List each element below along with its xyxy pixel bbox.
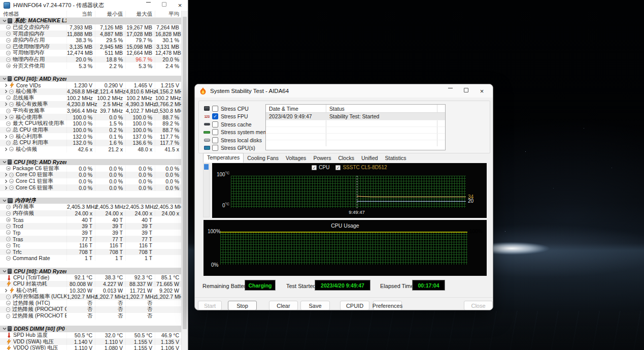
sensor-row[interactable]: Trc116 T116 T116 T <box>0 242 182 249</box>
chevron-down-icon[interactable] <box>3 199 7 203</box>
sensor-row[interactable]: 虚拟内存占用38.3 %29.5 %79.7 %30.1 % <box>0 37 182 44</box>
sensor-row[interactable]: 核心倍频42.6 x21.2 x48.0 x41.5 x <box>0 146 182 153</box>
stress-checkbox[interactable] <box>212 145 218 151</box>
sensor-row[interactable]: Tcas40 T40 T40 T <box>0 216 182 223</box>
sensor-section-header[interactable]: CPU [#0]: AMD Ryzen 7 7... <box>0 76 182 82</box>
sensor-row[interactable]: 分页文件使用5.3 %2.2 %5.3 %2.4 % <box>0 62 182 69</box>
chevron-right-icon[interactable] <box>4 115 8 119</box>
maximize-button[interactable] <box>156 2 172 7</box>
maximize-button[interactable] <box>458 88 474 92</box>
sensor-table-header[interactable]: 传感器 当前 最小值 最大值 平均 <box>0 11 188 18</box>
chevron-right-icon[interactable] <box>4 186 8 190</box>
sensor-row[interactable]: VDDQ (SWB) 电压1.110 V1.080 V1.155 V1.106 … <box>0 345 182 350</box>
sensor-row[interactable]: Command Rate1 T1 T1 T <box>0 255 182 262</box>
column-current[interactable]: 当前 <box>66 11 95 17</box>
chevron-right-icon[interactable] <box>4 179 8 183</box>
log-row[interactable]: 2023/4/20 9:49:47 Stability Test: Starte… <box>266 113 445 120</box>
sensor-row[interactable]: 物理内存占用20.0 %18.8 %96.7 %20.0 % <box>0 56 182 63</box>
aida64-titlebar[interactable]: System Stability Test - AIDA64 × <box>195 84 493 98</box>
sensor-row[interactable]: 内存控制器频率 (UCLK)1,202.7 MHz1,202.7 MHz1,20… <box>0 294 182 300</box>
stress-checkbox[interactable]: ✓ <box>212 113 218 119</box>
sensor-row[interactable]: Core VIDs1.230 V0.290 V1.465 V1.215 V <box>0 82 182 88</box>
sensor-row[interactable]: 总 CPU 利用率132.0 %1.6 %136.6 %117.7 % <box>0 140 182 146</box>
sensor-row[interactable]: 最大 CPU/线程使用率100.0 %1.5 %100.0 %89.2 % <box>0 120 182 127</box>
tab-voltages[interactable]: Voltages <box>282 154 310 163</box>
column-min[interactable]: 最小值 <box>95 11 125 17</box>
stress-checkbox[interactable] <box>212 106 218 112</box>
hwinfo-titlebar[interactable]: HWiNFO64 v7.24-4770 - 传感器状态 × <box>0 0 188 11</box>
chevron-right-icon[interactable] <box>4 83 8 87</box>
log-column-status[interactable]: Status <box>326 105 437 112</box>
chevron-right-icon[interactable] <box>4 147 8 151</box>
column-max[interactable]: 最大值 <box>125 11 155 17</box>
chevron-right-icon[interactable] <box>4 173 8 177</box>
sensor-row[interactable]: 过热降频 (PROCHOT CPU)否否否 <box>0 306 182 313</box>
chevron-down-icon[interactable] <box>3 19 7 23</box>
stop-button[interactable]: Stop <box>228 301 257 310</box>
chevron-right-icon[interactable] <box>4 102 8 106</box>
sensor-row[interactable]: CPU (Tctl/Tdie)92.1 °C38.3 °C92.3 °C85.1… <box>0 274 182 281</box>
sensor-row[interactable]: 核心利用率132.0 %0.1 %137.0 %117.7 % <box>0 133 182 140</box>
sensor-row[interactable]: Core C1 驻留率0.0 %0.0 %0.0 %0.0 % <box>0 178 182 185</box>
sensor-row[interactable]: Core C0 驻留率0.0 %0.0 %0.0 %0.0 % <box>0 172 182 178</box>
cpuid-button[interactable]: CPUID <box>340 301 369 310</box>
minimize-button[interactable] <box>141 2 156 3</box>
sensor-section-header[interactable]: 内存时序 <box>0 198 182 204</box>
log-table-header[interactable]: Date & Time Status <box>266 105 445 113</box>
tab-unified[interactable]: Unified <box>358 154 382 163</box>
chevron-right-icon[interactable] <box>4 289 8 293</box>
sensor-row[interactable]: Trp39 T39 T39 T <box>0 230 182 236</box>
sensor-row[interactable]: 可用虚拟内存11,888 MB4,887 MB17,028 MB16,828 M… <box>0 30 182 37</box>
stress-checkbox[interactable] <box>212 121 218 128</box>
chevron-down-icon[interactable] <box>3 327 7 331</box>
sensor-row[interactable]: Core C6 驻留率0.0 %0.0 %0.0 %0.0 % <box>0 184 182 191</box>
save-button[interactable]: Save <box>300 301 330 310</box>
hwinfo-scrollbar-thumb[interactable] <box>183 17 187 329</box>
legend-checkbox[interactable]: ✓ <box>335 165 341 170</box>
sensor-row[interactable]: 过热降频 (HTC)否否否 <box>0 300 182 307</box>
sensor-row[interactable]: 已使用物理内存3,135 MB2,945 MB15,098 MB3,131 MB <box>0 44 182 50</box>
minimize-button[interactable] <box>443 88 458 88</box>
sensor-row[interactable]: Trfc708 T708 T708 T <box>0 249 182 256</box>
sensor-row[interactable]: 已提交虚拟内存7,393 MB7,126 MB19,267 MB7,264 MB <box>0 24 182 31</box>
sensor-row[interactable]: 平均有效频率3,966.4 MHz39.7 MHz4,102.7 MHz3,53… <box>0 108 182 114</box>
sensor-row[interactable]: 核心有效频率4,230.8 MHz2.5 MHz4,390.3 MHz3,766… <box>0 101 182 108</box>
chevron-right-icon[interactable] <box>4 89 8 93</box>
hwinfo-scrollbar[interactable] <box>181 11 188 350</box>
sensor-row[interactable]: 内存倍频24.00 x24.00 x24.00 x24.00 x <box>0 210 182 217</box>
sensor-row[interactable]: Trcd39 T39 T39 T <box>0 223 182 230</box>
close-button[interactable]: × <box>474 88 490 94</box>
close-button[interactable]: × <box>172 2 188 9</box>
chevron-right-icon[interactable] <box>4 135 8 139</box>
sensor-row[interactable]: 核心功耗10.320 W0.013 W11.721 W9.202 W <box>0 287 182 294</box>
legend-checkbox[interactable]: ✓ <box>312 165 317 170</box>
tab-powers[interactable]: Powers <box>310 154 334 163</box>
chevron-down-icon[interactable] <box>3 160 7 164</box>
sensor-section-header[interactable]: DDR5 DIMM [#0] (P0 CHA... <box>0 326 182 332</box>
tab-statistics[interactable]: Statistics <box>382 154 410 163</box>
sensor-section-header[interactable]: CPU [#0]: AMD Ryzen 7 7... <box>0 159 182 166</box>
sensor-row[interactable]: 内存频率2,405.3 MHz2,405.3 MHz2,405.3 MHz2,4… <box>0 204 182 210</box>
sensor-section-header[interactable]: 系统: MACHENIKE L16P <box>0 18 182 24</box>
tab-cooling-fans[interactable]: Cooling Fans <box>244 154 282 163</box>
chevron-down-icon[interactable] <box>3 269 7 273</box>
column-sensor[interactable]: 传感器 <box>0 11 66 18</box>
sensor-row[interactable]: Package C6 驻留率0.0 %0.0 %0.0 %0.0 % <box>0 165 182 172</box>
sensor-row[interactable]: 总 CPU 使用率100.0 %0.2 %100.0 %88.7 % <box>0 127 182 134</box>
clear-button[interactable]: Clear <box>269 301 298 310</box>
sensor-row[interactable]: 核心使用率100.0 %0.0 %100.0 %88.7 % <box>0 114 182 120</box>
sensor-row[interactable]: Tras77 T77 T77 T <box>0 236 182 242</box>
sensor-row[interactable]: 可用物理内存12,474 MB511 MB12,664 MB12,478 MB <box>0 50 182 56</box>
column-avg[interactable]: 平均 <box>155 11 182 17</box>
sensor-row[interactable]: 总线频率100.2 MHz100.2 MHz100.2 MHz100.2 MHz <box>0 95 182 102</box>
sensor-row[interactable]: CPU 封装功耗80.008 W4.227 W88.337 W71.665 W <box>0 281 182 288</box>
preferences-button[interactable]: Preferences <box>373 301 402 310</box>
temperature-scrollbar[interactable] <box>203 163 210 217</box>
sensor-section-header[interactable]: CPU [#0]: AMD Ryzen 7 7... <box>0 268 182 274</box>
sensor-row[interactable]: 过热降频 (PROCHOT EXT)否否否 <box>0 313 182 320</box>
tab-clocks[interactable]: Clocks <box>334 154 358 163</box>
temperature-scrollbar-thumb[interactable] <box>204 164 209 170</box>
sensor-row[interactable]: 核心频率4,268.8 MHz2,121.4 MHz4,810.6 MHz4,1… <box>0 88 182 95</box>
sensor-row[interactable]: VDD (SWA) 电压1.140 V1.110 V1.155 V1.135 V <box>0 338 182 345</box>
log-column-datetime[interactable]: Date & Time <box>266 106 326 112</box>
